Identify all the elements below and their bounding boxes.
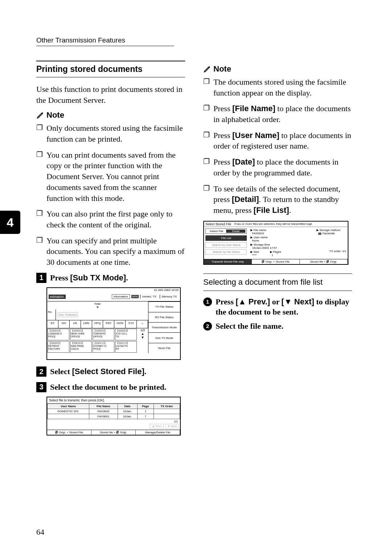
store-file[interactable]: Store File <box>148 343 180 353</box>
transmission-mode[interactable]: Transmission Mode <box>148 322 180 332</box>
note-list: The documents stored using the facsimile… <box>203 77 352 216</box>
step-3: 3 Select the document to be printed. <box>36 382 185 393</box>
step-text: Press <box>50 273 70 282</box>
step-badge: 1 <box>36 273 46 283</box>
fax-screen-2: Select file to transmit, then press [OK]… <box>46 397 181 436</box>
fax-screen-1: 16 JAN 2003 16:09 estination. Informatio… <box>46 287 181 360</box>
step-badge: 3 <box>36 382 46 392</box>
select-file-tab[interactable]: Select File <box>207 230 226 233</box>
note-item: You can specify and print multiple docum… <box>36 235 185 268</box>
subsection-heading: Selecting a document from file list <box>203 274 352 291</box>
page-number: 64 <box>36 527 44 537</box>
note-label: Note <box>46 110 64 120</box>
running-header: Other Transmission Features <box>36 36 174 46</box>
note-item: Press [Date] to place the documents in o… <box>203 157 352 178</box>
note-item: Only documents stored using the facsimil… <box>36 123 185 144</box>
note-item: You can print documents saved from the c… <box>36 150 185 203</box>
substep-1: 1 Press [▲ Prev.] or [▼ Next] to display… <box>203 297 352 317</box>
pencil-icon <box>36 111 44 119</box>
circle-badge: 2 <box>203 322 212 331</box>
note-item: You can also print the first page only t… <box>36 208 185 230</box>
note-heading: Note <box>203 64 352 74</box>
substep-2: 2 Select the file name. <box>203 321 352 332</box>
note-item: Press [File Name] to place the documents… <box>203 103 352 125</box>
circle-badge: 1 <box>203 297 212 306</box>
chapter-tab: 4 <box>0 211 20 234</box>
detail-tab[interactable]: Detail <box>226 230 245 233</box>
note-item: Press [User Name] to place documents in … <box>203 130 352 151</box>
prev-button[interactable]: ▲ Prev. <box>150 424 164 429</box>
note-label: Note <box>213 64 231 74</box>
note-item: The documents stored using the facsimile… <box>203 77 352 98</box>
tx-file-status[interactable]: TX File Status <box>148 301 180 312</box>
step-2: 2 Select [Select Stored File]. <box>36 366 185 377</box>
intro-text: Use this function to print documents sto… <box>36 84 185 105</box>
sub-tx-mode[interactable]: Sub TX Mode <box>148 332 180 343</box>
note-heading: Note <box>36 110 185 120</box>
ui-ref: [Select Stored File] <box>72 367 144 376</box>
transmit-only-button[interactable]: Transmit Stored File only <box>204 259 252 264</box>
step-1: 1 Press [Sub TX Mode]. <box>36 273 185 283</box>
section-title: Printing stored documents <box>36 61 185 77</box>
note-list: Only documents stored using the facsimil… <box>36 123 185 267</box>
fax-screen-3: Select Stored File If two or more files … <box>203 221 348 265</box>
note-item: To see details of the selected document,… <box>203 183 352 216</box>
search-filename-button[interactable]: Search by File Name <box>205 249 247 255</box>
rx-file-status[interactable]: RX File Status <box>148 312 180 322</box>
next-button[interactable]: ▼ Next <box>165 424 179 429</box>
pencil-icon <box>203 65 211 73</box>
step-badge: 2 <box>36 366 46 377</box>
search-user-button[interactable]: Search by User Name <box>205 242 247 248</box>
ui-ref: [Sub TX Mode] <box>70 273 126 282</box>
file-list-button[interactable]: File List <box>205 235 247 241</box>
